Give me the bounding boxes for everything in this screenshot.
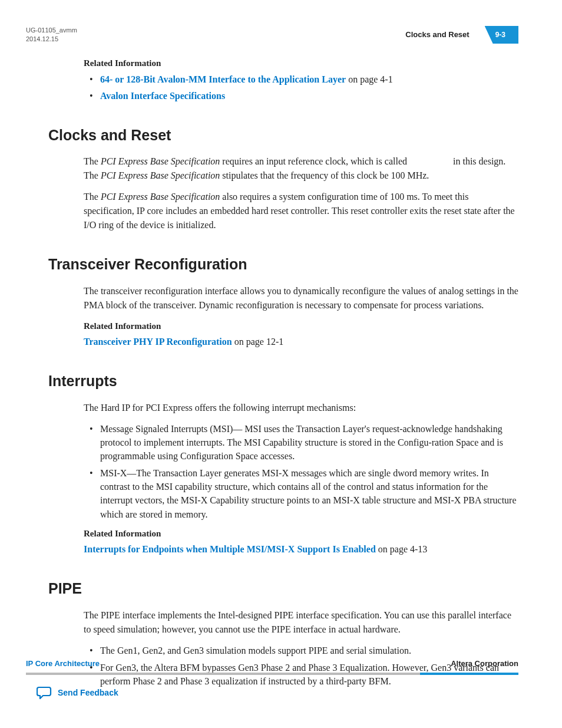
related-info-line: Interrupts for Endpoints when Multiple M…: [84, 542, 518, 556]
footer-chapter-label: IP Core Architecture: [26, 658, 100, 670]
heading-clocks-and-reset: Clocks and Reset: [48, 124, 518, 147]
list-item: The Gen1, Gen2, and Gen3 simulation mode…: [90, 644, 518, 657]
footer-company: Altera Corporation: [451, 658, 518, 670]
related-info-list: 64- or 128-Bit Avalon-MM Interface to th…: [90, 73, 518, 103]
footer-divider: [26, 673, 518, 675]
related-info-heading: Related Information: [84, 527, 518, 541]
list-item: MSI-X—The Transaction Layer generates MS…: [90, 466, 518, 521]
interrupts-list: Message Signaled Interrupts (MSI)— MSI u…: [90, 422, 518, 521]
running-section-label: Clocks and Reset: [405, 29, 469, 41]
related-info-top: Related Information 64- or 128-Bit Avalo…: [84, 57, 518, 103]
section-clocks-and-reset: Clocks and Reset The PCI Express Base Sp…: [48, 124, 518, 233]
link-interrupts-endpoints[interactable]: Interrupts for Endpoints when Multiple M…: [84, 544, 376, 554]
list-item: Avalon Interface Specifications: [90, 89, 518, 103]
send-feedback-link[interactable]: Send Feedback: [58, 687, 118, 699]
section-interrupts: Interrupts The Hard IP for PCI Express o…: [48, 370, 518, 556]
body-text: The Hard IP for PCI Express offers the f…: [84, 401, 518, 415]
speech-bubble-icon: [37, 686, 52, 700]
link-suffix: on page 4-13: [376, 544, 428, 554]
feedback-row: Send Feedback: [37, 686, 518, 700]
list-item: Message Signaled Interrupts (MSI)— MSI u…: [90, 422, 518, 463]
page-number-tab: 9-3: [485, 26, 518, 44]
page-header: UG-01105_avmm 2014.12.15 Clocks and Rese…: [26, 26, 518, 44]
link-suffix: on page 12-1: [232, 337, 284, 347]
related-info-heading: Related Information: [84, 319, 518, 333]
body-text: The PIPE interface implements the Intel‑…: [84, 608, 518, 637]
related-info-line: Transceiver PHY IP Reconfiguration on pa…: [84, 335, 518, 349]
body-text: The PCI Express Base Specification requi…: [84, 154, 518, 183]
heading-transceiver-reconfig: Transceiver Reconfiguration: [48, 253, 518, 276]
page-footer: IP Core Architecture Altera Corporation …: [26, 658, 518, 700]
link-avalon-mm-interface[interactable]: 64- or 128-Bit Avalon-MM Interface to th…: [100, 74, 346, 84]
list-item: 64- or 128-Bit Avalon-MM Interface to th…: [90, 73, 518, 87]
related-info-heading: Related Information: [84, 57, 518, 70]
doc-meta: UG-01105_avmm 2014.12.15: [26, 26, 77, 44]
link-suffix: on page 4-1: [346, 74, 393, 84]
header-right: Clocks and Reset 9-3: [405, 26, 518, 44]
link-avalon-spec[interactable]: Avalon Interface Specifications: [100, 91, 225, 101]
body-text: The transceiver reconfiguration interfac…: [84, 284, 518, 312]
link-transceiver-phy-reconfig[interactable]: Transceiver PHY IP Reconfiguration: [84, 337, 232, 347]
body-text: The PCI Express Base Specification also …: [84, 190, 518, 232]
doc-date: 2014.12.15: [26, 35, 77, 44]
doc-id: UG-01105_avmm: [26, 26, 77, 35]
heading-interrupts: Interrupts: [48, 370, 518, 393]
section-transceiver-reconfig: Transceiver Reconfiguration The transcei…: [48, 253, 518, 349]
heading-pipe: PIPE: [48, 578, 518, 600]
